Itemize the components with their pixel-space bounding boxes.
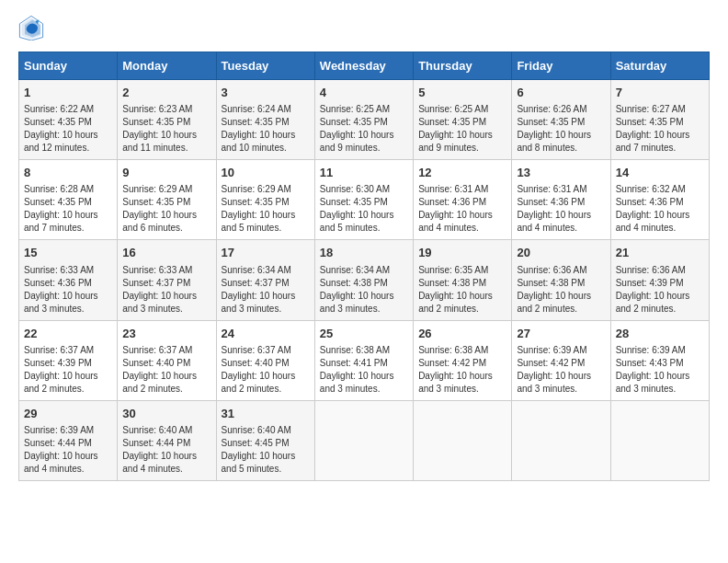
calendar-cell: 6Sunrise: 6:26 AMSunset: 4:35 PMDaylight…	[512, 80, 610, 160]
day-number: 30	[122, 406, 210, 422]
sunset-label: Sunset: 4:35 PM	[122, 117, 190, 127]
daylight-label: Daylight: 10 hours and 8 minutes.	[517, 130, 591, 153]
sunset-label: Sunset: 4:40 PM	[222, 358, 290, 368]
daylight-label: Daylight: 10 hours and 2 minutes.	[616, 291, 690, 314]
daylight-label: Daylight: 10 hours and 2 minutes.	[24, 371, 98, 394]
daylight-label: Daylight: 10 hours and 7 minutes.	[24, 210, 98, 233]
sunrise-label: Sunrise: 6:38 AM	[320, 345, 390, 355]
calendar-cell: 31Sunrise: 6:40 AMSunset: 4:45 PMDayligh…	[216, 400, 314, 480]
day-number: 15	[24, 245, 112, 261]
daylight-label: Daylight: 10 hours and 2 minutes.	[122, 371, 197, 394]
sunrise-label: Sunrise: 6:27 AM	[616, 104, 686, 114]
calendar-cell: 14Sunrise: 6:32 AMSunset: 4:36 PMDayligh…	[610, 160, 709, 240]
daylight-label: Daylight: 10 hours and 4 minutes.	[418, 210, 493, 233]
daylight-label: Daylight: 10 hours and 2 minutes.	[517, 291, 591, 314]
sunrise-label: Sunrise: 6:38 AM	[418, 345, 488, 355]
calendar-cell: 11Sunrise: 6:30 AMSunset: 4:35 PMDayligh…	[314, 160, 413, 240]
daylight-label: Daylight: 10 hours and 3 minutes.	[122, 291, 197, 314]
sunset-label: Sunset: 4:35 PM	[320, 197, 388, 207]
sunrise-label: Sunrise: 6:25 AM	[418, 104, 488, 114]
day-number: 10	[222, 165, 310, 181]
day-number: 13	[517, 165, 605, 181]
day-number: 20	[517, 245, 605, 261]
sunrise-label: Sunrise: 6:33 AM	[24, 265, 94, 275]
calendar-cell: 19Sunrise: 6:35 AMSunset: 4:38 PMDayligh…	[414, 240, 512, 320]
daylight-label: Daylight: 10 hours and 3 minutes.	[517, 371, 591, 394]
sunrise-label: Sunrise: 6:36 AM	[517, 265, 586, 275]
day-number: 27	[517, 326, 605, 342]
daylight-label: Daylight: 10 hours and 5 minutes.	[222, 451, 296, 474]
day-number: 3	[222, 85, 310, 101]
sunrise-label: Sunrise: 6:39 AM	[24, 425, 94, 435]
calendar-cell	[314, 400, 413, 480]
calendar-cell: 18Sunrise: 6:34 AMSunset: 4:38 PMDayligh…	[314, 240, 413, 320]
sunrise-label: Sunrise: 6:31 AM	[517, 184, 586, 194]
sunset-label: Sunset: 4:44 PM	[24, 438, 92, 448]
daylight-label: Daylight: 10 hours and 7 minutes.	[616, 130, 690, 153]
calendar-cell: 13Sunrise: 6:31 AMSunset: 4:36 PMDayligh…	[512, 160, 610, 240]
sunset-label: Sunset: 4:37 PM	[122, 278, 190, 288]
sunset-label: Sunset: 4:41 PM	[320, 358, 388, 368]
sunrise-label: Sunrise: 6:34 AM	[320, 265, 390, 275]
sunset-label: Sunset: 4:38 PM	[517, 278, 585, 288]
sunrise-label: Sunrise: 6:32 AM	[616, 184, 686, 194]
sunset-label: Sunset: 4:36 PM	[616, 197, 684, 207]
day-number: 11	[320, 165, 408, 181]
day-number: 31	[222, 406, 310, 422]
day-number: 6	[517, 85, 605, 101]
calendar-cell: 12Sunrise: 6:31 AMSunset: 4:36 PMDayligh…	[414, 160, 512, 240]
calendar-cell: 16Sunrise: 6:33 AMSunset: 4:37 PMDayligh…	[118, 240, 216, 320]
day-number: 16	[122, 245, 210, 261]
sunrise-label: Sunrise: 6:29 AM	[122, 184, 192, 194]
column-header-monday: Monday	[118, 52, 216, 80]
calendar-cell: 30Sunrise: 6:40 AMSunset: 4:44 PMDayligh…	[118, 400, 216, 480]
daylight-label: Daylight: 10 hours and 3 minutes.	[320, 371, 394, 394]
daylight-label: Daylight: 10 hours and 4 minutes.	[24, 451, 98, 474]
column-header-friday: Friday	[512, 52, 610, 80]
calendar-week-row: 29Sunrise: 6:39 AMSunset: 4:44 PMDayligh…	[19, 400, 710, 480]
daylight-label: Daylight: 10 hours and 6 minutes.	[122, 210, 197, 233]
daylight-label: Daylight: 10 hours and 2 minutes.	[418, 291, 493, 314]
day-number: 19	[418, 245, 506, 261]
sunrise-label: Sunrise: 6:22 AM	[24, 104, 94, 114]
day-number: 28	[616, 326, 704, 342]
sunrise-label: Sunrise: 6:34 AM	[222, 265, 291, 275]
column-header-thursday: Thursday	[414, 52, 512, 80]
sunset-label: Sunset: 4:35 PM	[122, 197, 190, 207]
sunset-label: Sunset: 4:36 PM	[24, 278, 92, 288]
day-number: 5	[418, 85, 506, 101]
page-header	[18, 15, 710, 40]
calendar-table: SundayMondayTuesdayWednesdayThursdayFrid…	[18, 52, 710, 481]
sunset-label: Sunset: 4:35 PM	[222, 117, 290, 127]
daylight-label: Daylight: 10 hours and 2 minutes.	[222, 371, 296, 394]
sunrise-label: Sunrise: 6:28 AM	[24, 184, 94, 194]
calendar-cell: 27Sunrise: 6:39 AMSunset: 4:42 PMDayligh…	[512, 320, 610, 400]
sunset-label: Sunset: 4:36 PM	[418, 197, 486, 207]
sunset-label: Sunset: 4:44 PM	[122, 438, 190, 448]
column-header-tuesday: Tuesday	[216, 52, 314, 80]
calendar-cell	[610, 400, 709, 480]
sunrise-label: Sunrise: 6:39 AM	[517, 345, 586, 355]
daylight-label: Daylight: 10 hours and 3 minutes.	[320, 291, 394, 314]
calendar-cell: 7Sunrise: 6:27 AMSunset: 4:35 PMDaylight…	[610, 80, 709, 160]
day-number: 2	[122, 85, 210, 101]
calendar-cell: 23Sunrise: 6:37 AMSunset: 4:40 PMDayligh…	[118, 320, 216, 400]
calendar-cell: 9Sunrise: 6:29 AMSunset: 4:35 PMDaylight…	[118, 160, 216, 240]
sunrise-label: Sunrise: 6:36 AM	[616, 265, 686, 275]
sunset-label: Sunset: 4:45 PM	[222, 438, 290, 448]
sunrise-label: Sunrise: 6:29 AM	[222, 184, 291, 194]
sunrise-label: Sunrise: 6:31 AM	[418, 184, 488, 194]
column-header-wednesday: Wednesday	[314, 52, 413, 80]
sunset-label: Sunset: 4:35 PM	[24, 197, 92, 207]
calendar-cell: 1Sunrise: 6:22 AMSunset: 4:35 PMDaylight…	[19, 80, 118, 160]
day-number: 4	[320, 85, 408, 101]
daylight-label: Daylight: 10 hours and 11 minutes.	[122, 130, 197, 153]
day-number: 25	[320, 326, 408, 342]
calendar-cell: 21Sunrise: 6:36 AMSunset: 4:39 PMDayligh…	[610, 240, 709, 320]
calendar-cell: 20Sunrise: 6:36 AMSunset: 4:38 PMDayligh…	[512, 240, 610, 320]
day-number: 23	[122, 326, 210, 342]
sunset-label: Sunset: 4:40 PM	[122, 358, 190, 368]
day-number: 12	[418, 165, 506, 181]
sunset-label: Sunset: 4:39 PM	[24, 358, 92, 368]
day-number: 14	[616, 165, 704, 181]
